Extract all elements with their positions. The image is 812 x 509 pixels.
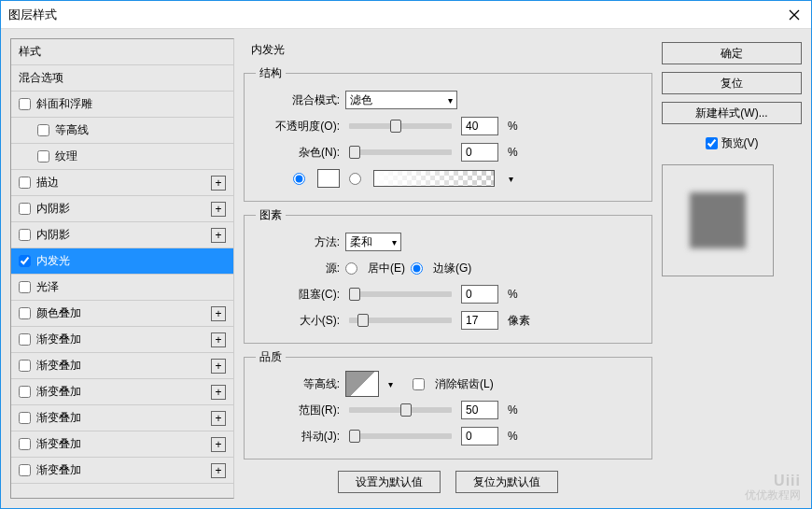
add-effect-icon[interactable]: + [211, 228, 226, 243]
blend-mode-value: 滤色 [350, 92, 372, 108]
choke-label: 阻塞(C): [256, 287, 340, 303]
sidebar-item[interactable]: 渐变叠加+ [11, 405, 233, 431]
color-radio[interactable] [293, 173, 308, 185]
sidebar-item[interactable]: 内发光 [11, 248, 233, 275]
sidebar-item-label: 渐变叠加 [36, 462, 81, 478]
gradient-picker[interactable] [373, 170, 495, 187]
sidebar-item[interactable]: 纹理 [11, 144, 233, 170]
sidebar-item-label: 斜面和浮雕 [36, 96, 92, 112]
sidebar-item-checkbox[interactable] [19, 255, 31, 267]
jitter-slider[interactable] [349, 433, 452, 439]
source-center-radio[interactable]: 居中(E) [345, 261, 405, 276]
sidebar-item-label: 渐变叠加 [36, 358, 81, 374]
close-icon[interactable] [785, 6, 804, 24]
preview-box [662, 164, 774, 276]
sidebar-item-checkbox[interactable] [19, 98, 31, 110]
sidebar-item[interactable]: 内阴影+ [11, 222, 233, 248]
sidebar-item[interactable]: 内阴影+ [11, 196, 233, 222]
noise-input[interactable]: 0 [461, 143, 498, 162]
source-label: 源: [256, 261, 340, 276]
sidebar-item-checkbox[interactable] [19, 203, 31, 215]
add-effect-icon[interactable]: + [211, 359, 226, 374]
contour-picker[interactable] [345, 371, 379, 397]
sidebar-item[interactable]: 斜面和浮雕 [11, 92, 233, 118]
sidebar-item-checkbox[interactable] [19, 229, 31, 241]
sidebar-item-checkbox[interactable] [19, 360, 31, 372]
sidebar-header: 样式 [11, 39, 233, 65]
noise-slider[interactable] [349, 149, 452, 155]
jitter-label: 抖动(J): [256, 429, 340, 445]
source-edge-radio[interactable]: 边缘(G) [411, 261, 471, 276]
color-swatch[interactable] [317, 169, 340, 188]
sidebar-item-checkbox[interactable] [37, 150, 49, 163]
range-unit: % [508, 403, 518, 417]
sidebar-item-checkbox[interactable] [19, 386, 31, 398]
sidebar-item[interactable]: 渐变叠加+ [11, 431, 233, 458]
method-combo[interactable]: 柔和 ▾ [345, 233, 401, 251]
sidebar-item[interactable]: 渐变叠加+ [11, 353, 233, 379]
sidebar-item[interactable]: 渐变叠加+ [11, 458, 233, 484]
sidebar-item-checkbox[interactable] [19, 412, 31, 424]
sidebar-item[interactable]: 渐变叠加+ [11, 379, 233, 405]
add-effect-icon[interactable]: + [211, 437, 226, 452]
gradient-radio[interactable] [349, 173, 364, 185]
preview-label: 预览(V) [721, 135, 759, 151]
add-effect-icon[interactable]: + [211, 176, 226, 191]
make-default-button[interactable]: 设置为默认值 [338, 471, 441, 493]
add-effect-icon[interactable]: + [211, 385, 226, 400]
chevron-down-icon[interactable]: ▾ [504, 174, 517, 184]
range-slider[interactable] [349, 407, 452, 413]
sidebar-item[interactable]: 渐变叠加+ [11, 327, 233, 353]
structure-legend: 结构 [256, 65, 286, 81]
window-title: 图层样式 [8, 7, 785, 23]
sidebar-item-label: 渐变叠加 [36, 332, 81, 347]
sidebar-item[interactable]: 等高线 [11, 118, 233, 144]
range-label: 范围(R): [256, 403, 340, 418]
sidebar-item-checkbox[interactable] [19, 281, 31, 293]
ok-button[interactable]: 确定 [662, 42, 802, 64]
sidebar-item-checkbox[interactable] [19, 464, 31, 476]
sidebar-blend-label: 混合选项 [19, 70, 63, 86]
range-input[interactable]: 50 [461, 401, 498, 419]
sidebar-item[interactable]: 颜色叠加+ [11, 301, 233, 327]
sidebar-item-checkbox[interactable] [19, 438, 31, 450]
element-legend: 图素 [256, 207, 286, 223]
sidebar-item-checkbox[interactable] [19, 307, 31, 319]
opacity-input[interactable]: 40 [461, 117, 498, 135]
preview-checkbox[interactable] [706, 137, 718, 149]
add-effect-icon[interactable]: + [211, 306, 226, 321]
opacity-label: 不透明度(O): [256, 119, 340, 134]
jitter-unit: % [508, 430, 518, 443]
add-effect-icon[interactable]: + [211, 332, 226, 347]
reset-default-button[interactable]: 复位为默认值 [455, 471, 558, 493]
size-label: 大小(S): [256, 313, 340, 329]
quality-group: 品质 等高线: ▾ 消除锯齿(L) 范围(R): 50 % 抖动(J): 0 [244, 349, 652, 460]
new-style-button[interactable]: 新建样式(W)... [662, 102, 802, 124]
size-input[interactable]: 17 [461, 311, 498, 330]
method-label: 方法: [256, 234, 340, 250]
add-effect-icon[interactable]: + [211, 202, 226, 217]
sidebar-item-label: 渐变叠加 [36, 384, 81, 400]
choke-slider[interactable] [349, 291, 452, 297]
sidebar-item-checkbox[interactable] [19, 177, 31, 189]
opacity-slider[interactable] [349, 123, 452, 129]
jitter-input[interactable]: 0 [461, 427, 498, 445]
sidebar-item-label: 描边 [36, 175, 59, 191]
choke-input[interactable]: 0 [461, 285, 498, 304]
cancel-button[interactable]: 复位 [662, 72, 802, 94]
chevron-down-icon[interactable]: ▾ [385, 379, 396, 389]
blend-mode-combo[interactable]: 滤色 ▾ [345, 91, 457, 109]
add-effect-icon[interactable]: + [211, 411, 226, 426]
sidebar-blend-options[interactable]: 混合选项 [11, 65, 233, 92]
sidebar-item-checkbox[interactable] [19, 333, 31, 346]
add-effect-icon[interactable]: + [211, 463, 226, 478]
sidebar-item-label: 颜色叠加 [36, 305, 81, 321]
antialias-checkbox[interactable]: 消除锯齿(L) [413, 376, 494, 392]
size-slider[interactable] [349, 318, 452, 323]
sidebar-item[interactable]: 光泽 [11, 275, 233, 301]
titlebar: 图层样式 [1, 1, 811, 29]
sidebar-item-checkbox[interactable] [37, 124, 49, 136]
element-group: 图素 方法: 柔和 ▾ 源: 居中(E) 边缘(G) 阻塞(C): 0 [244, 207, 652, 344]
sidebar-item[interactable]: 描边+ [11, 170, 233, 196]
chevron-down-icon: ▾ [392, 237, 397, 247]
